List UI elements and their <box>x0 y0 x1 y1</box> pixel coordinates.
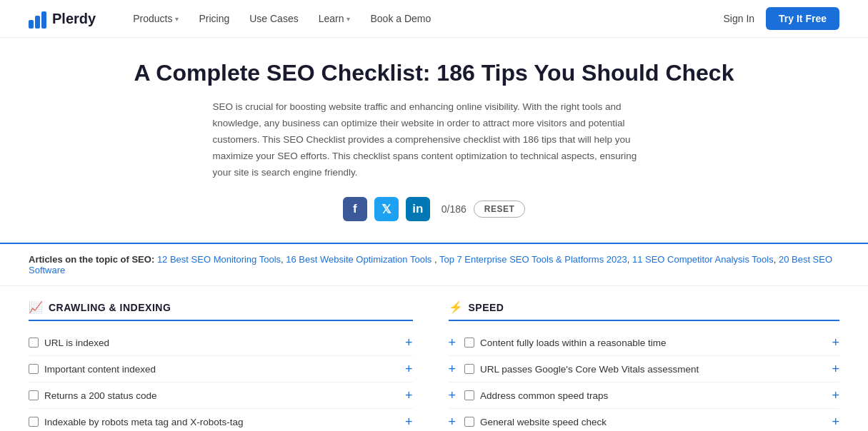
item-label: URL is indexed <box>44 338 399 348</box>
speed-col: ⚡ SPEED + Content fully loads within a r… <box>434 300 840 431</box>
list-item: + Address common speed traps + <box>449 382 840 409</box>
logo-bar-1 <box>29 20 34 29</box>
checkbox-speed-traps[interactable] <box>464 390 474 400</box>
expand-icon[interactable]: + <box>405 362 413 375</box>
articles-row: Articles on the topic of SEO: 12 Best SE… <box>0 244 868 286</box>
expand-icon[interactable]: + <box>832 336 839 349</box>
try-free-button[interactable]: Try It Free <box>766 7 839 30</box>
logo-link[interactable]: Plerdy <box>29 9 96 29</box>
logo-bar-2 <box>35 16 40 29</box>
expand-icon[interactable]: + <box>405 389 413 402</box>
articles-link-4[interactable]: 11 SEO Competitor Analysis Tools <box>632 254 774 265</box>
logo-icon <box>29 9 46 29</box>
logo-text: Plerdy <box>52 11 96 27</box>
sign-in-link[interactable]: Sign In <box>723 13 754 24</box>
item-label: Indexable by robots meta tag and X-robot… <box>44 417 399 427</box>
expand-icon[interactable]: + <box>832 362 839 375</box>
checkbox-core-web-vitals[interactable] <box>464 364 474 374</box>
nav-products[interactable]: Products ▾ <box>124 7 187 30</box>
expand-left-icon[interactable]: + <box>449 336 457 349</box>
expand-icon[interactable]: + <box>832 415 839 428</box>
hero-section: A Complete SEO Checklist: 186 Tips You S… <box>113 38 756 243</box>
item-label: General website speed check <box>480 417 826 427</box>
nav-use-cases[interactable]: Use Cases <box>241 7 306 30</box>
expand-left-icon[interactable]: + <box>449 415 457 428</box>
articles-label: Articles on the topic of SEO: <box>29 254 154 265</box>
item-label: Important content indexed <box>44 364 399 375</box>
page-title: A Complete SEO Checklist: 186 Tips You S… <box>127 59 742 86</box>
articles-link-2[interactable]: 16 Best Website Optimization Tools <box>286 254 431 265</box>
nav-pricing[interactable]: Pricing <box>190 7 238 30</box>
list-item: + URL passes Google's Core Web Vitals as… <box>449 356 840 382</box>
crawling-icon: 📈 <box>29 300 43 314</box>
list-item: Returns a 200 status code + <box>29 382 413 409</box>
list-item: + Content fully loads within a reasonabl… <box>449 330 840 356</box>
expand-icon[interactable]: + <box>832 389 839 402</box>
list-item: URL is indexed + <box>29 330 413 356</box>
chevron-down-icon: ▾ <box>175 15 179 23</box>
logo-bar-3 <box>41 11 46 29</box>
item-label: Returns a 200 status code <box>44 390 399 401</box>
item-label: Address common speed traps <box>480 390 826 401</box>
list-item: Indexable by robots meta tag and X-robot… <box>29 409 413 431</box>
list-item: + General website speed check + <box>449 409 840 431</box>
facebook-share-icon[interactable]: f <box>343 197 367 221</box>
checkbox-content-loads[interactable] <box>464 338 474 348</box>
crawling-indexing-col: 📈 CRAWLING & INDEXING URL is indexed + I… <box>29 300 434 431</box>
linkedin-share-icon[interactable]: in <box>406 197 430 221</box>
speed-title: SPEED <box>469 302 504 313</box>
expand-icon[interactable]: + <box>405 415 413 428</box>
checklist-counter: 0/186 <box>442 203 467 215</box>
speed-header: ⚡ SPEED <box>449 300 840 321</box>
checkbox-important-content[interactable] <box>29 364 39 374</box>
checkbox-200-status[interactable] <box>29 390 39 400</box>
checklist-main: 📈 CRAWLING & INDEXING URL is indexed + I… <box>0 286 868 431</box>
nav-right: Sign In Try It Free <box>723 7 839 30</box>
expand-left-icon[interactable]: + <box>449 362 457 375</box>
social-row: f 𝕏 in 0/186 RESET <box>127 197 742 221</box>
speed-icon: ⚡ <box>449 300 463 314</box>
nav-learn[interactable]: Learn ▾ <box>310 7 359 30</box>
hero-description: SEO is crucial for boosting website traf… <box>213 99 656 181</box>
reset-button[interactable]: RESET <box>474 201 526 218</box>
navbar: Plerdy Products ▾ Pricing Use Cases Lear… <box>0 0 868 38</box>
chevron-down-icon: ▾ <box>346 15 350 23</box>
nav-book-demo[interactable]: Book a Demo <box>361 7 439 30</box>
crawling-indexing-title: CRAWLING & INDEXING <box>49 302 171 313</box>
checkbox-url-indexed[interactable] <box>29 338 39 348</box>
checkbox-speed-check[interactable] <box>464 417 474 427</box>
articles-link-1[interactable]: 12 Best SEO Monitoring Tools <box>157 254 281 265</box>
item-label: Content fully loads within a reasonable … <box>480 338 826 348</box>
nav-links: Products ▾ Pricing Use Cases Learn ▾ Boo… <box>124 7 723 30</box>
checkbox-robots-meta[interactable] <box>29 417 39 427</box>
list-item: Important content indexed + <box>29 356 413 382</box>
expand-left-icon[interactable]: + <box>449 389 457 402</box>
item-label: URL passes Google's Core Web Vitals asse… <box>480 364 826 375</box>
articles-link-3[interactable]: Top 7 Enterprise SEO Tools & Platforms 2… <box>439 254 627 265</box>
expand-icon[interactable]: + <box>405 336 413 349</box>
twitter-share-icon[interactable]: 𝕏 <box>374 197 399 221</box>
crawling-indexing-header: 📈 CRAWLING & INDEXING <box>29 300 413 321</box>
